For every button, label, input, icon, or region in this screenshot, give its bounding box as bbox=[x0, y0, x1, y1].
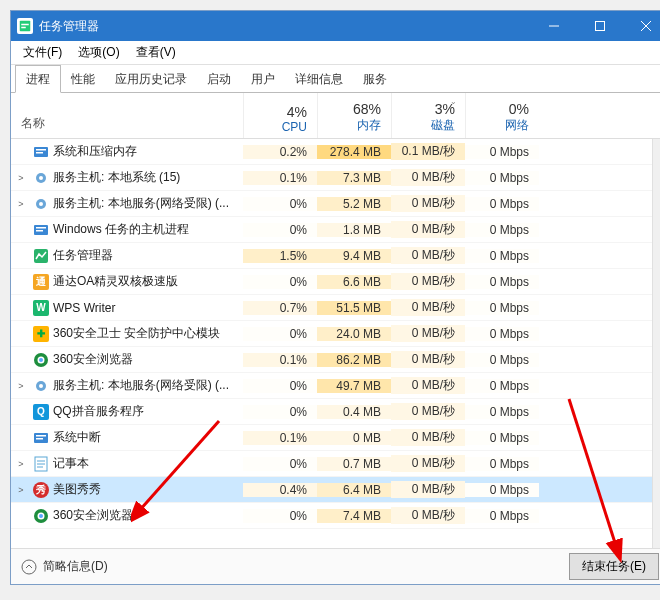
tab-0[interactable]: 进程 bbox=[15, 65, 61, 93]
svg-rect-24 bbox=[36, 435, 46, 437]
process-name: 360安全浏览器 bbox=[51, 507, 243, 524]
menu-options[interactable]: 选项(O) bbox=[70, 41, 127, 64]
titlebar[interactable]: 任务管理器 bbox=[11, 11, 660, 41]
memory-value: 278.4 MB bbox=[317, 145, 391, 159]
process-table[interactable]: 名称 4% CPU 68% 内存 ⌄ 3% 磁盘 0% 网络 bbox=[11, 93, 660, 548]
expand-toggle[interactable]: > bbox=[11, 199, 31, 209]
process-row[interactable]: 360安全浏览器0%7.4 MB0 MB/秒0 Mbps bbox=[11, 503, 660, 529]
process-row[interactable]: 系统和压缩内存0.2%278.4 MB0.1 MB/秒0 Mbps bbox=[11, 139, 660, 165]
disk-value: 0 MB/秒 bbox=[391, 429, 465, 446]
process-name: 服务主机: 本地系统 (15) bbox=[51, 169, 243, 186]
process-icon bbox=[31, 508, 51, 524]
process-icon bbox=[31, 378, 51, 394]
col-cpu[interactable]: 4% CPU bbox=[243, 93, 317, 138]
tab-3[interactable]: 启动 bbox=[197, 66, 241, 92]
process-icon bbox=[31, 248, 51, 264]
expand-toggle[interactable]: > bbox=[11, 459, 31, 469]
cpu-value: 0% bbox=[243, 509, 317, 523]
tab-6[interactable]: 服务 bbox=[353, 66, 397, 92]
process-icon: ✚ bbox=[31, 326, 51, 342]
process-row[interactable]: 任务管理器1.5%9.4 MB0 MB/秒0 Mbps bbox=[11, 243, 660, 269]
col-memory[interactable]: 68% 内存 bbox=[317, 93, 391, 138]
tab-2[interactable]: 应用历史记录 bbox=[105, 66, 197, 92]
process-row[interactable]: QQQ拼音服务程序0%0.4 MB0 MB/秒0 Mbps bbox=[11, 399, 660, 425]
process-icon bbox=[31, 352, 51, 368]
process-row[interactable]: WWPS Writer0.7%51.5 MB0 MB/秒0 Mbps bbox=[11, 295, 660, 321]
network-value: 0 Mbps bbox=[465, 509, 539, 523]
window-controls bbox=[531, 11, 660, 41]
chevron-up-circle-icon bbox=[21, 559, 37, 575]
disk-value: 0 MB/秒 bbox=[391, 455, 465, 472]
process-row[interactable]: ✚360安全卫士 安全防护中心模块0%24.0 MB0 MB/秒0 Mbps bbox=[11, 321, 660, 347]
memory-value: 6.4 MB bbox=[317, 483, 391, 497]
process-name: 任务管理器 bbox=[51, 247, 243, 264]
svg-point-32 bbox=[39, 514, 43, 518]
menu-file[interactable]: 文件(F) bbox=[15, 41, 70, 64]
cpu-value: 0.7% bbox=[243, 301, 317, 315]
process-name: Windows 任务的主机进程 bbox=[51, 221, 243, 238]
process-row[interactable]: >秀美图秀秀0.4%6.4 MB0 MB/秒0 Mbps bbox=[11, 477, 660, 503]
process-name: QQ拼音服务程序 bbox=[51, 403, 243, 420]
cpu-value: 0% bbox=[243, 379, 317, 393]
process-row[interactable]: 通通达OA精灵双核极速版0%6.6 MB0 MB/秒0 Mbps bbox=[11, 269, 660, 295]
process-icon bbox=[31, 222, 51, 238]
tab-1[interactable]: 性能 bbox=[61, 66, 105, 92]
process-name: 美图秀秀 bbox=[51, 481, 243, 498]
sort-indicator-icon: ⌄ bbox=[450, 97, 457, 106]
process-row[interactable]: Windows 任务的主机进程0%1.8 MB0 MB/秒0 Mbps bbox=[11, 217, 660, 243]
process-row[interactable]: >服务主机: 本地服务(网络受限) (...0%49.7 MB0 MB/秒0 M… bbox=[11, 373, 660, 399]
process-name: WPS Writer bbox=[51, 301, 243, 315]
col-disk[interactable]: ⌄ 3% 磁盘 bbox=[391, 93, 465, 138]
tab-5[interactable]: 详细信息 bbox=[285, 66, 353, 92]
process-name: 记事本 bbox=[51, 455, 243, 472]
process-row[interactable]: 系统中断0.1%0 MB0 MB/秒0 Mbps bbox=[11, 425, 660, 451]
fewer-details-button[interactable]: 简略信息(D) bbox=[21, 558, 108, 575]
process-row[interactable]: 360安全浏览器0.1%86.2 MB0 MB/秒0 Mbps bbox=[11, 347, 660, 373]
network-value: 0 Mbps bbox=[465, 171, 539, 185]
cpu-value: 0% bbox=[243, 197, 317, 211]
expand-toggle[interactable]: > bbox=[11, 173, 31, 183]
disk-value: 0 MB/秒 bbox=[391, 247, 465, 264]
disk-value: 0 MB/秒 bbox=[391, 195, 465, 212]
process-icon bbox=[31, 144, 51, 160]
memory-value: 0 MB bbox=[317, 431, 391, 445]
table-header: 名称 4% CPU 68% 内存 ⌄ 3% 磁盘 0% 网络 bbox=[11, 93, 660, 139]
tabbar: 进程性能应用历史记录启动用户详细信息服务 bbox=[11, 65, 660, 93]
svg-point-22 bbox=[39, 384, 43, 388]
svg-point-13 bbox=[39, 202, 43, 206]
expand-toggle[interactable]: > bbox=[11, 381, 31, 391]
process-row[interactable]: >服务主机: 本地服务(网络受限) (...0%5.2 MB0 MB/秒0 Mb… bbox=[11, 191, 660, 217]
network-value: 0 Mbps bbox=[465, 249, 539, 263]
svg-point-11 bbox=[39, 176, 43, 180]
disk-value: 0 MB/秒 bbox=[391, 169, 465, 186]
col-network[interactable]: 0% 网络 bbox=[465, 93, 539, 138]
process-icon: Q bbox=[31, 404, 51, 420]
minimize-button[interactable] bbox=[531, 11, 577, 41]
network-value: 0 Mbps bbox=[465, 457, 539, 471]
maximize-button[interactable] bbox=[577, 11, 623, 41]
window-title: 任务管理器 bbox=[39, 18, 531, 35]
expand-toggle[interactable]: > bbox=[11, 485, 31, 495]
close-button[interactable] bbox=[623, 11, 660, 41]
menu-view[interactable]: 查看(V) bbox=[128, 41, 184, 64]
disk-value: 0.1 MB/秒 bbox=[391, 143, 465, 160]
col-name[interactable]: 名称 bbox=[11, 93, 243, 138]
process-icon: 秀 bbox=[31, 482, 51, 498]
cpu-value: 1.5% bbox=[243, 249, 317, 263]
tab-4[interactable]: 用户 bbox=[241, 66, 285, 92]
network-value: 0 Mbps bbox=[465, 223, 539, 237]
footer: 简略信息(D) 结束任务(E) bbox=[11, 548, 660, 584]
end-task-button[interactable]: 结束任务(E) bbox=[569, 553, 659, 580]
cpu-value: 0.4% bbox=[243, 483, 317, 497]
svg-rect-16 bbox=[36, 230, 43, 232]
cpu-value: 0.1% bbox=[243, 353, 317, 367]
svg-rect-8 bbox=[36, 149, 46, 151]
memory-value: 24.0 MB bbox=[317, 327, 391, 341]
process-row[interactable]: >记事本0%0.7 MB0 MB/秒0 Mbps bbox=[11, 451, 660, 477]
network-value: 0 Mbps bbox=[465, 327, 539, 341]
network-value: 0 Mbps bbox=[465, 379, 539, 393]
vertical-scrollbar[interactable] bbox=[652, 139, 660, 548]
memory-value: 9.4 MB bbox=[317, 249, 391, 263]
process-row[interactable]: >服务主机: 本地系统 (15)0.1%7.3 MB0 MB/秒0 Mbps bbox=[11, 165, 660, 191]
network-value: 0 Mbps bbox=[465, 483, 539, 497]
